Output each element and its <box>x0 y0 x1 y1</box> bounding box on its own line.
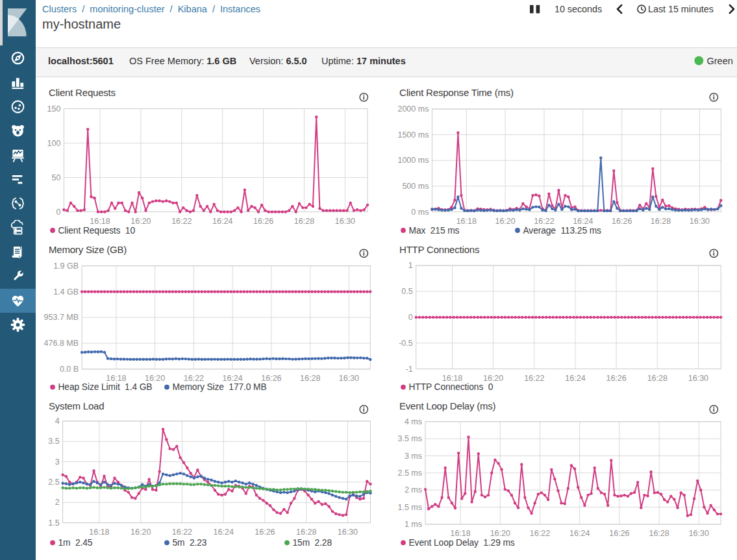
svg-text:Client Response Time (ms): Client Response Time (ms) <box>399 87 514 98</box>
svg-text:16:20: 16:20 <box>131 528 151 537</box>
svg-text:16:20: 16:20 <box>483 374 503 383</box>
svg-text:16:22: 16:22 <box>172 528 192 537</box>
svg-text:16:28: 16:28 <box>296 528 316 537</box>
svg-text:50: 50 <box>51 173 60 182</box>
svg-text:16:20: 16:20 <box>490 529 510 538</box>
svg-text:16:28: 16:28 <box>649 529 669 538</box>
svg-text:16:26: 16:26 <box>609 529 629 538</box>
svg-text:16:24: 16:24 <box>222 374 242 383</box>
svg-text:Memory Size 177.0 MB: Memory Size 177.0 MB <box>173 382 267 392</box>
svg-text:Green: Green <box>707 56 733 66</box>
svg-text:16:26: 16:26 <box>612 217 632 226</box>
svg-text:-0.5: -0.5 <box>399 339 413 348</box>
svg-text:16:22: 16:22 <box>534 217 554 226</box>
svg-text:16:24: 16:24 <box>212 217 232 226</box>
svg-text:my-hostname: my-hostname <box>42 17 121 31</box>
svg-text:Version: 6.5.0: Version: 6.5.0 <box>249 56 307 66</box>
svg-text:0: 0 <box>56 208 60 217</box>
svg-text:1.9 GB: 1.9 GB <box>53 262 79 271</box>
svg-text:1.5 ms: 1.5 ms <box>397 503 422 512</box>
svg-text:Heap Size Limit 1.4 GB: Heap Size Limit 1.4 GB <box>58 382 153 392</box>
svg-text:16:28: 16:28 <box>651 217 671 226</box>
svg-text:16:20: 16:20 <box>495 217 515 226</box>
svg-text:1.5: 1.5 <box>48 518 59 528</box>
svg-text:1.4 GB: 1.4 GB <box>53 287 79 297</box>
svg-text:0.5: 0.5 <box>401 287 412 296</box>
svg-text:16:26: 16:26 <box>606 374 626 383</box>
svg-text:localhost:5601: localhost:5601 <box>48 56 114 66</box>
svg-text:Event Loop Delay (ms): Event Loop Delay (ms) <box>399 400 496 411</box>
svg-text:16:22: 16:22 <box>184 374 204 383</box>
svg-text:-1: -1 <box>406 365 413 374</box>
svg-text:Average 113.25 ms: Average 113.25 ms <box>523 226 602 236</box>
svg-text:3: 3 <box>55 457 60 467</box>
svg-text:Uptime: 17 minutes: Uptime: 17 minutes <box>321 56 406 66</box>
svg-text:0: 0 <box>408 313 413 322</box>
svg-text:2 ms: 2 ms <box>405 485 422 494</box>
svg-text:16:30: 16:30 <box>689 529 709 538</box>
svg-text:Last 15 minutes: Last 15 minutes <box>648 4 714 14</box>
svg-text:10 seconds: 10 seconds <box>555 4 602 14</box>
svg-text:2000 ms: 2000 ms <box>397 104 429 114</box>
svg-text:0 ms: 0 ms <box>411 208 429 217</box>
svg-text:16:28: 16:28 <box>294 217 314 226</box>
svg-text:OS Free Memory: 1.6 GB: OS Free Memory: 1.6 GB <box>129 56 236 66</box>
svg-text:1 ms: 1 ms <box>405 520 422 529</box>
svg-text:16:24: 16:24 <box>565 374 585 383</box>
svg-text:16:26: 16:26 <box>255 528 275 537</box>
svg-text:Memory Size (GB): Memory Size (GB) <box>49 244 127 255</box>
svg-text:2: 2 <box>55 498 60 507</box>
svg-text:16:24: 16:24 <box>569 529 590 538</box>
svg-text:3.5: 3.5 <box>48 437 59 446</box>
svg-text:476.8 MB: 476.8 MB <box>44 339 79 348</box>
svg-text:System Load: System Load <box>49 400 104 411</box>
svg-text:4: 4 <box>55 417 60 426</box>
svg-text:16:20: 16:20 <box>131 217 151 226</box>
svg-text:16:22: 16:22 <box>171 217 192 226</box>
svg-text:5m 2.23: 5m 2.23 <box>173 538 207 548</box>
svg-text:953.7 MB: 953.7 MB <box>44 313 79 322</box>
svg-text:16:30: 16:30 <box>338 528 358 537</box>
svg-text:3.5 ms: 3.5 ms <box>397 434 422 443</box>
svg-text:16:22: 16:22 <box>530 529 550 538</box>
svg-text:4 ms: 4 ms <box>405 417 422 426</box>
svg-text:2.5 ms: 2.5 ms <box>397 469 422 478</box>
svg-text:3 ms: 3 ms <box>405 452 422 461</box>
svg-text:Clusters / monitoring-cluste: Clusters / monitoring-cluster / Kibana /… <box>42 4 260 14</box>
svg-text:16:22: 16:22 <box>524 374 544 383</box>
svg-text:16:30: 16:30 <box>688 374 708 383</box>
svg-text:16:18: 16:18 <box>106 374 126 383</box>
svg-text:16:20: 16:20 <box>145 374 165 383</box>
svg-text:500 ms: 500 ms <box>402 182 429 191</box>
svg-text:16:18: 16:18 <box>90 217 110 226</box>
svg-text:16:18: 16:18 <box>442 374 462 383</box>
svg-text:100: 100 <box>47 139 61 148</box>
svg-text:1: 1 <box>408 261 413 270</box>
svg-text:16:28: 16:28 <box>300 374 320 383</box>
svg-text:16:26: 16:26 <box>261 374 281 383</box>
svg-text:16:30: 16:30 <box>690 217 710 226</box>
svg-text:Client Requests: Client Requests <box>49 87 116 98</box>
svg-text:16:24: 16:24 <box>573 217 593 226</box>
svg-text:16:18: 16:18 <box>450 529 470 538</box>
svg-text:Event Loop Delay 1.29 ms: Event Loop Delay 1.29 ms <box>409 538 515 548</box>
svg-text:16:18: 16:18 <box>456 217 477 226</box>
svg-text:HTTP Connections 0: HTTP Connections 0 <box>409 382 493 392</box>
svg-text:1500 ms: 1500 ms <box>397 130 429 140</box>
svg-text:16:28: 16:28 <box>647 374 668 383</box>
svg-text:16:26: 16:26 <box>253 217 273 226</box>
svg-text:16:30: 16:30 <box>339 374 359 383</box>
svg-text:16:24: 16:24 <box>214 528 234 537</box>
svg-text:0.0 B: 0.0 B <box>60 365 79 374</box>
svg-text:2.5: 2.5 <box>48 478 59 487</box>
svg-text:15m 2.28: 15m 2.28 <box>293 538 332 548</box>
svg-text:150: 150 <box>47 104 61 114</box>
svg-text:Max 215 ms: Max 215 ms <box>409 226 460 236</box>
svg-text:16:18: 16:18 <box>89 528 109 537</box>
svg-text:HTTP Connections: HTTP Connections <box>399 244 479 255</box>
svg-text:Client Requests 10: Client Requests 10 <box>58 226 136 236</box>
svg-text:16:30: 16:30 <box>335 217 355 226</box>
svg-text:1000 ms: 1000 ms <box>397 156 429 165</box>
svg-text:1m 2.45: 1m 2.45 <box>58 538 93 548</box>
